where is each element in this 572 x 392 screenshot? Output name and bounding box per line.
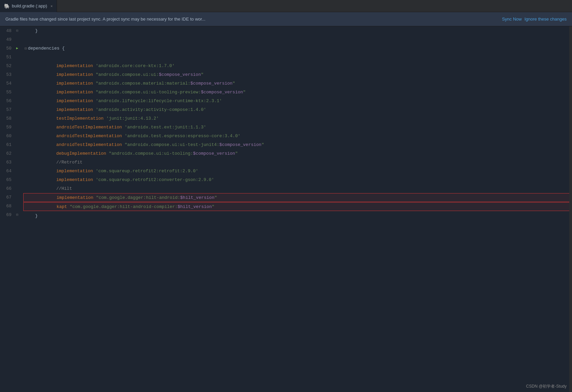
line-number: 50	[0, 46, 14, 51]
gutter-row: 53	[0, 70, 22, 79]
string-literal: "	[201, 72, 204, 77]
string-literal: "com.google.dagger:hilt-android:	[96, 195, 180, 200]
gutter-row: 60	[0, 131, 22, 140]
code-line: implementation 'androidx.core:core-ktx:1…	[23, 61, 572, 70]
string-literal: "	[214, 195, 217, 200]
code-line	[23, 53, 572, 61]
code-text	[104, 116, 106, 121]
gutter-row: 57	[0, 105, 22, 114]
tab-label: build.gradle (:app)	[12, 3, 47, 8]
line-number: 64	[0, 169, 14, 174]
string-literal: 'androidx.test.espresso:espresso-core:3.…	[124, 133, 240, 139]
tab-build-gradle[interactable]: 🐘 build.gradle (:app) ×	[0, 0, 57, 12]
gutter-row: 63	[0, 158, 22, 167]
code-text: }	[35, 213, 38, 218]
code-text	[93, 177, 96, 182]
code-text	[93, 72, 96, 77]
line-number: 57	[0, 107, 14, 112]
code-line	[23, 35, 572, 44]
gutter-row: 67	[0, 193, 22, 202]
tab-close-button[interactable]: ×	[51, 4, 53, 8]
code-text	[106, 151, 109, 156]
code-text: {	[62, 46, 65, 51]
variable-ref: $compose_version	[219, 142, 261, 147]
gutter-row: 65	[0, 175, 22, 184]
code-line: testImplementation 'junit:junit:4.13.2'	[23, 114, 572, 123]
code-text	[93, 169, 96, 174]
variable-ref: $hilt_version	[180, 195, 214, 200]
gutter-row: 58	[0, 114, 22, 123]
gutter-row: 48⊟	[0, 26, 22, 35]
code-text: }	[35, 28, 38, 33]
code-line: implementation "androidx.compose.ui:ui-t…	[23, 88, 572, 96]
string-literal: 'junit:junit:4.13.2'	[106, 116, 159, 121]
string-literal: "	[212, 204, 214, 209]
string-literal: 'com.squareup.retrofit2:retrofit:2.9.0'	[96, 169, 198, 174]
keyword: androidTestImplementation	[56, 142, 122, 147]
string-literal: "	[261, 142, 264, 147]
fold-icon[interactable]: ⊟	[25, 46, 27, 51]
sync-now-link[interactable]: Sync Now	[502, 17, 522, 22]
variable-ref: $compose_version	[159, 72, 201, 77]
line-number: 58	[0, 116, 14, 121]
keyword: implementation	[56, 63, 93, 68]
comment: //Retrofit	[56, 160, 83, 165]
code-line: implementation "com.google.dagger:hilt-a…	[23, 193, 572, 202]
code-text	[93, 98, 96, 103]
comment: //Hilt	[56, 186, 72, 191]
line-number: 68	[0, 204, 14, 209]
keyword: kapt	[57, 204, 67, 209]
code-text	[122, 125, 125, 130]
string-literal: 'com.squareup.retrofit2:converter-gson:2…	[96, 177, 214, 182]
gutter-icon[interactable]: ▶	[14, 46, 20, 50]
string-literal: "androidx.compose.material:material:	[96, 81, 191, 86]
line-number: 55	[0, 90, 14, 95]
code-editor: 48⊟4950▶51525354555657585960616263646566…	[0, 26, 572, 392]
code-line: }	[23, 211, 572, 220]
gutter-row: 61	[0, 140, 22, 149]
code-text	[93, 195, 96, 200]
gradle-icon: 🐘	[4, 3, 10, 9]
keyword: implementation	[56, 98, 93, 103]
code-line: implementation "androidx.compose.materia…	[23, 79, 572, 88]
gutter-row: 52	[0, 61, 22, 70]
code-line: implementation 'androidx.activity:activi…	[23, 105, 572, 114]
string-literal: 'androidx.activity:activity-compose:1.4.…	[96, 107, 206, 112]
code-line: implementation 'androidx.lifecycle:lifec…	[23, 96, 572, 105]
code-line: androidTestImplementation 'androidx.test…	[23, 131, 572, 140]
code-text	[122, 133, 125, 139]
gutter-icon: ⊟	[14, 29, 20, 33]
line-number: 51	[0, 55, 14, 60]
gutter-row: 64	[0, 167, 22, 175]
string-literal: "	[235, 151, 238, 156]
line-number: 60	[0, 133, 14, 139]
code-line: //Hilt	[23, 184, 572, 193]
string-literal: 'androidx.core:core-ktx:1.7.0'	[96, 63, 175, 68]
code-line: ⊟dependencies {	[23, 44, 572, 53]
gutter-row: 62	[0, 149, 22, 158]
keyword: debugImplementation	[56, 151, 106, 156]
ignore-changes-link[interactable]: Ignore these changes	[524, 17, 567, 22]
code-line: kapt "com.google.dagger:hilt-android-com…	[23, 202, 572, 211]
code-text	[93, 81, 96, 86]
tab-bar: 🐘 build.gradle (:app) ×	[0, 0, 572, 12]
keyword: androidTestImplementation	[56, 133, 122, 139]
keyword: implementation	[56, 72, 93, 77]
code-line: }	[23, 26, 572, 35]
keyword: androidTestImplementation	[56, 125, 122, 130]
gutter-row: 54	[0, 79, 22, 88]
string-literal: 'androidx.test.ext:junit:1.1.3'	[124, 125, 206, 130]
code-line: implementation 'com.squareup.retrofit2:r…	[23, 167, 572, 175]
line-number: 49	[0, 37, 14, 42]
variable-ref: $compose_version	[201, 90, 243, 95]
keyword: testImplementation	[56, 116, 104, 121]
line-number: 67	[0, 195, 14, 200]
code-text	[122, 142, 125, 147]
string-literal: "com.google.dagger:hilt-android-compiler…	[70, 204, 178, 209]
code-line: androidTestImplementation 'androidx.test…	[23, 123, 572, 131]
code-line: debugImplementation "androidx.compose.ui…	[23, 149, 572, 158]
gutter-row: 56	[0, 96, 22, 105]
scrollbar[interactable]	[569, 26, 572, 392]
line-number: 63	[0, 160, 14, 165]
keyword: implementation	[57, 195, 93, 200]
